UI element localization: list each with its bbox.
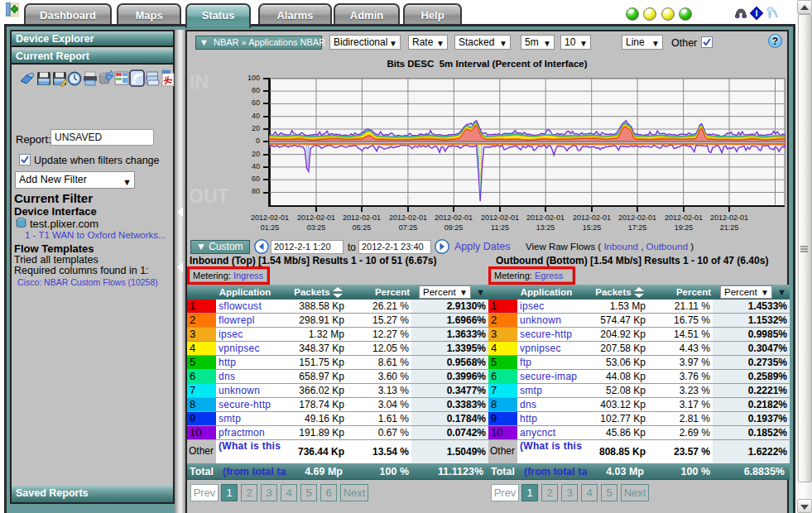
svg-text:?: ? — [772, 36, 778, 47]
